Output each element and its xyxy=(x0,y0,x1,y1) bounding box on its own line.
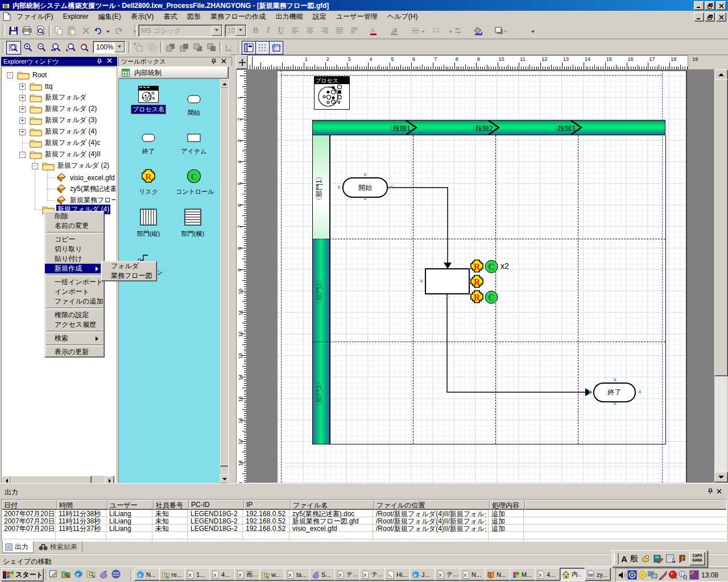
tree-item-folder3[interactable]: + 新規フォルダ (3) xyxy=(2,115,98,125)
column-header-empno[interactable]: 社員番号 xyxy=(154,500,189,510)
context-menu-access-history[interactable]: アクセス履歴 xyxy=(45,320,104,330)
restore-button[interactable] xyxy=(705,1,715,10)
italic-button[interactable]: I xyxy=(262,24,275,37)
tasks-grip[interactable] xyxy=(130,570,133,580)
pin-icon[interactable] xyxy=(210,59,217,65)
lane-bar-dept2[interactable]: 〈部門2〉 xyxy=(312,239,330,342)
print-preview-button[interactable] xyxy=(34,24,47,37)
toolbox-item-item[interactable]: アイテム xyxy=(176,134,212,156)
zoom-out-button[interactable] xyxy=(35,41,48,53)
submenu-new-flow-diagram[interactable]: 業務フロー図 xyxy=(101,271,156,281)
zoom-refresh-button[interactable] xyxy=(78,41,91,53)
child-restore-button[interactable] xyxy=(705,13,715,22)
search-folder-icon[interactable] xyxy=(86,569,96,579)
ime-dictionary-icon[interactable] xyxy=(653,554,664,563)
menu-workflow[interactable]: 業務フローの作成 xyxy=(206,11,270,23)
tree-item-label[interactable]: 新規フォルダ xyxy=(44,93,88,102)
collapse-icon[interactable]: - xyxy=(19,152,26,158)
scroll-up-button[interactable] xyxy=(220,79,229,89)
tree-item-folder2[interactable]: + 新規フォルダ (2) xyxy=(2,104,98,114)
app-folder-icon[interactable] xyxy=(61,569,71,579)
tree-item-label[interactable]: Root xyxy=(31,71,48,79)
column-header-ip[interactable]: IP xyxy=(244,500,291,510)
font-size-combo[interactable]: 10 xyxy=(225,24,247,37)
tree-item-label[interactable]: 新規フォルダ (4) xyxy=(44,127,98,136)
app-tray-icon[interactable] xyxy=(689,570,699,580)
context-menu-refresh[interactable]: 表示の更新 xyxy=(45,347,104,357)
menu-explorer[interactable]: Explorer xyxy=(59,11,93,22)
ungroup-button[interactable] xyxy=(146,41,159,53)
taskbar-button-13[interactable]: Xテ... xyxy=(435,568,461,581)
font-color-button[interactable]: A xyxy=(367,24,380,37)
context-menu-bulk-import[interactable]: 一括インポート xyxy=(45,277,104,287)
risk-badge-3[interactable]: R xyxy=(470,290,484,304)
zoom-combo[interactable]: 100% xyxy=(93,41,126,53)
context-menu-paste[interactable]: 貼り付け xyxy=(45,254,104,264)
ime-tools-icon[interactable] xyxy=(641,554,651,563)
child-minimize-button[interactable] xyxy=(694,13,704,22)
toolbox-item-start[interactable]: 開始 xyxy=(176,90,212,117)
menu-help[interactable]: ヘルプ(H) xyxy=(383,11,422,23)
send-back-button[interactable] xyxy=(205,41,218,53)
toggle-guides-button[interactable] xyxy=(269,41,283,55)
network-icon[interactable] xyxy=(648,571,658,580)
font-size-dropdown[interactable] xyxy=(235,26,246,36)
fill-color-dropdown[interactable] xyxy=(531,31,535,35)
tree-item-label[interactable]: visio_excel.gfd xyxy=(69,174,116,182)
column-header-filename[interactable]: ファイル名 xyxy=(291,500,375,510)
taskbar-button-3[interactable]: X1... xyxy=(184,568,210,581)
delete-button[interactable] xyxy=(79,24,92,37)
taskbar-button-14[interactable]: XN... xyxy=(460,568,486,581)
copy-button[interactable] xyxy=(52,24,65,37)
align-right-button[interactable] xyxy=(318,24,332,37)
internet-explorer-icon[interactable]: e xyxy=(74,569,83,579)
phase-bar[interactable]: 〈段階1〉 〈段階2〉 〈段階3〉 xyxy=(312,120,665,135)
undo-dropdown[interactable] xyxy=(106,31,110,35)
context-menu-permissions[interactable]: 権限の設定 xyxy=(45,310,104,320)
toolbox-group-header[interactable]: 内部統制 xyxy=(118,66,229,79)
taskbar-button-19[interactable]: Wzy... xyxy=(585,568,611,581)
arrow-style-button[interactable] xyxy=(451,24,464,37)
submenu-new-folder[interactable]: フォルダ xyxy=(101,261,156,271)
toolbox-item-end[interactable]: 終了 xyxy=(131,134,166,156)
toolbar-grip[interactable] xyxy=(2,25,5,36)
align-left-button[interactable] xyxy=(289,24,302,37)
taskbar-button-17[interactable]: X4... xyxy=(535,568,561,581)
zoom-tool-button[interactable] xyxy=(6,41,21,55)
tree-item-folder4[interactable]: + 新規フォルダ (4) xyxy=(2,127,98,136)
bring-front-button[interactable] xyxy=(191,41,204,53)
toolbar2-grip[interactable] xyxy=(2,41,5,53)
menu-file[interactable]: ファイル(F) xyxy=(13,11,57,23)
close-button[interactable] xyxy=(716,1,726,10)
save-button[interactable] xyxy=(7,24,20,37)
taskbar-button-7[interactable]: Xta... xyxy=(284,568,311,581)
collapse-icon[interactable]: - xyxy=(32,163,38,169)
ime-kana-button[interactable]: KANA xyxy=(690,558,705,563)
process-title-shape[interactable]: プロセス xyxy=(314,76,350,110)
taskbar-button-18-active[interactable]: 内.. xyxy=(560,568,586,581)
ime-pad-icon[interactable] xyxy=(666,554,676,563)
fill-color-button[interactable] xyxy=(472,24,485,37)
tree-item-file-flow[interactable]: 新規業務フロー図 xyxy=(2,196,116,205)
output-row-3[interactable]: 2007年07月20日 11時11分37秒 LiLiang 未知 LEGEND1… xyxy=(2,525,726,532)
end-shape[interactable]: 終了 xyxy=(593,383,636,402)
column-header-action[interactable]: 処理内容 xyxy=(490,500,526,510)
ime-tray-icon[interactable]: i xyxy=(679,571,689,580)
ime-grip[interactable] xyxy=(614,553,619,564)
explorer-close-icon[interactable] xyxy=(107,58,113,64)
ime-help-icon[interactable]: ? xyxy=(679,554,688,563)
toolbox-item-process-name[interactable]: プロセス名 xyxy=(126,86,171,114)
scroll-down-button[interactable] xyxy=(220,474,229,484)
toolbox-vscrollbar[interactable] xyxy=(220,79,228,484)
lane-bar-dept3[interactable]: 〈部門3〉 xyxy=(312,342,330,444)
tree-item-file-visio[interactable]: visio_excel.gfd xyxy=(2,173,116,182)
menu-format[interactable]: 書式 xyxy=(160,11,181,23)
rotate-tool-button[interactable] xyxy=(223,41,236,53)
underline-button[interactable]: U xyxy=(274,24,287,37)
tree-item-folder1[interactable]: + 新規フォルダ xyxy=(2,93,88,102)
media-swoosh-icon[interactable] xyxy=(99,569,108,579)
line-style-button[interactable] xyxy=(430,24,443,37)
red-ball-icon[interactable] xyxy=(668,570,678,580)
pin-icon[interactable] xyxy=(96,59,102,65)
minimize-button[interactable] xyxy=(694,1,704,10)
